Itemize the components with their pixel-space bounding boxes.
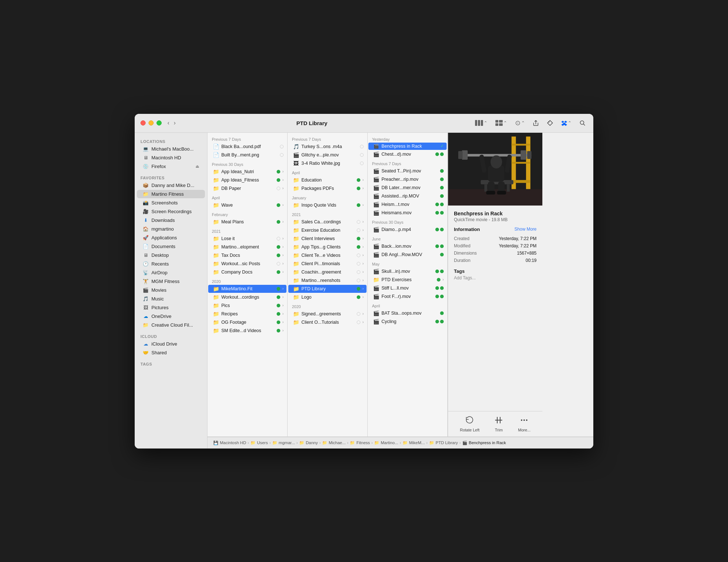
file-item[interactable]: 🎬 Heismans.mov [368,209,447,217]
column-view-button[interactable]: ⌃ [473,119,490,127]
group-view-button[interactable]: ⌃ [493,119,509,127]
breadcrumb-item[interactable]: 💾 Macintosh HD [213,441,246,445]
file-item[interactable]: 📁 Martino...elopment › [208,243,286,251]
sidebar-item-shared[interactable]: 🤝 Shared [137,348,205,357]
sidebar-item-icloud-drive[interactable]: ☁ iCloud Drive [137,340,205,348]
file-item[interactable]: 🎬 DB Angl...Row.MOV [368,251,447,259]
sidebar-item-movies[interactable]: 🎬 Movies [137,286,205,294]
sidebar-item-firefox[interactable]: 💿 Firefox ⏏ [137,162,205,171]
sidebar-item-creative-cloud[interactable]: 📁 Creative Cloud Fil... [137,321,205,329]
sidebar-item-martino[interactable]: 📁 Martino Fitness [137,190,205,198]
sidebar-item-onedrive[interactable]: ☁ OneDrive [137,312,205,320]
file-item[interactable]: 📁 App Ideas_Fitness › [208,176,286,184]
file-item-exercise-education[interactable]: 📁 Exercise Education › [288,226,367,234]
file-item-benchpress[interactable]: 🎬 Benchpress in Rack ✓ [368,143,447,150]
action-button[interactable]: ⊙ ⌃ [513,117,527,128]
file-item[interactable]: 🎬 Seated T...Pin).mov [368,167,447,175]
file-item[interactable]: 📁 Pics › [208,302,286,310]
file-item[interactable]: 📁 Coachin...greement › [288,268,367,276]
file-item[interactable]: 📁 Sales Ca...cordings › [288,218,367,226]
breadcrumb-item[interactable]: 📁 mgmar... [272,441,295,445]
file-item[interactable]: 🎬 Back...ion.mov [368,242,447,250]
file-item[interactable]: 📁 Client O...Tutorials › [288,318,367,326]
file-item[interactable]: 🎬 Heism...t.mov [368,200,447,208]
file-item-ptd-library[interactable]: 📁 PTD Library › [288,285,367,293]
file-item[interactable]: 📁 Lose it › [208,235,286,243]
tag-button[interactable] [545,118,555,128]
file-item[interactable]: 📁 Recipes › [208,310,286,318]
breadcrumb-item[interactable]: 📁 MikeM... [403,441,425,445]
sidebar-item-home[interactable]: 🏠 mgmartino [137,225,205,233]
file-item[interactable]: 📁 Signed...greements › [288,310,367,318]
file-item[interactable]: 🎵 Turkey S...ons .m4a [288,143,367,151]
file-item[interactable]: 📁 Client Te...e Videos › [288,251,367,259]
file-item[interactable]: 📄 Black Ba...ound.pdf [208,143,286,151]
file-item[interactable]: 📁 Inspo Quote Vids › [288,201,367,209]
file-item-ptd-exercises[interactable]: 📁 PTD Exercises › [368,276,447,284]
sidebar-item-mgm[interactable]: 🏋 MGM Fitness [137,277,205,286]
trim-button[interactable]: Trim [494,416,503,432]
file-item[interactable]: 📁 DB Paper › [208,184,286,192]
file-item-mikemartino[interactable]: 📁 MikeMartino.Fit › [208,285,286,293]
file-item[interactable]: 🎬 Preacher...rip.mov [368,175,447,183]
file-item[interactable]: 📁 Packages PDFs › [288,184,367,192]
dropbox-button[interactable]: ⌃ [559,119,574,127]
file-item[interactable]: 📄 Built By...ment.png [208,151,286,159]
file-item[interactable]: 🎬 BAT Sta...oops.mov [368,309,447,317]
show-more-button[interactable]: Show More [514,227,537,232]
sidebar-item-macbook[interactable]: 💻 Michael's MacBoo... [137,145,205,153]
file-item[interactable]: 📁 App Ideas_Nutri › [208,168,286,176]
file-item[interactable]: 📁 Wave › [208,201,286,209]
file-item[interactable]: 📁 Martino...reenshots › [288,276,367,284]
file-item[interactable]: 📁 Client Pi...timonials › [288,260,367,268]
sidebar-item-downloads[interactable]: ⬇ Downloads [137,216,205,224]
sidebar-item-airdrop[interactable]: 📡 AirDrop [137,268,205,277]
file-badges [357,262,360,266]
file-item[interactable]: 📁 Logo › [288,293,367,301]
file-item[interactable]: 📁 Tax Docs › [208,251,286,259]
breadcrumb-item[interactable]: 📁 Michae... [322,441,346,445]
rotate-left-button[interactable]: Rotate Left [460,416,479,432]
file-item[interactable]: 📁 Company Docs › [208,268,286,276]
breadcrumb-item[interactable]: 📁 Danny [299,441,318,445]
more-button[interactable]: More... [518,416,530,432]
file-item[interactable]: 📁 Workout...sic Posts › [208,260,286,268]
sidebar-item-desktop[interactable]: 🖥 Desktop [137,251,205,259]
sidebar-item-documents[interactable]: 📄 Documents [137,242,205,251]
sidebar-item-pictures[interactable]: 🖼 Pictures [137,303,205,312]
sidebar-item-recents[interactable]: 🕐 Recents [137,260,205,268]
file-item[interactable]: 📁 Workout...cordings › [208,293,286,301]
close-button[interactable] [141,120,146,125]
preview-add-tags[interactable]: Add Tags... [454,275,537,280]
sidebar-item-music[interactable]: 🎵 Music [137,295,205,303]
file-item[interactable]: 🎬 Foot F...r).mov [368,292,447,300]
breadcrumb-item[interactable]: 📁 Users [250,441,268,445]
col2-section-april: April [288,168,367,176]
breadcrumb-item-active[interactable]: 🎬 Benchpress in Rack [462,441,506,445]
file-item[interactable]: 🎬 Cycling [368,318,447,326]
file-item[interactable]: 📁 Education › [288,176,367,184]
file-item[interactable]: 📁 SM Edite...d Videos › [208,327,286,335]
sidebar-item-screenshots[interactable]: 📸 Screenshots [137,199,205,207]
file-item[interactable]: 🎬 Glitchy e...ple.mov [288,151,367,159]
file-item[interactable]: 🎬 DB Later...mer.mov [368,184,447,192]
file-item[interactable]: 🎬 Assisted...rip.MOV [368,192,447,200]
file-item[interactable]: 🖼 3-4 Ratio White.jpg [288,159,367,167]
sidebar-item-screen-recordings[interactable]: 🎥 Screen Recordings [137,207,205,216]
search-button[interactable] [577,119,587,127]
breadcrumb-item[interactable]: 📁 Fitness [350,441,370,445]
file-item[interactable]: 📁 Client Interviews › [288,235,367,243]
sidebar-item-macintosh[interactable]: 🖥 Macintosh HD [137,154,205,162]
breadcrumb-item[interactable]: 📁 Martino... [374,441,398,445]
sidebar-item-applications[interactable]: 🚀 Applications [137,234,205,242]
sidebar-item-danny[interactable]: 📦 Danny and Mike D... [137,181,205,190]
file-item[interactable]: 📁 App Tips...g Clients › [288,243,367,251]
file-item[interactable]: 📁 Meal Plans › [208,218,286,226]
file-item[interactable]: 🎬 Skull...in).mov [368,267,447,275]
file-item[interactable]: 📁 OG Footage › [208,318,286,326]
file-item[interactable]: 🎬 Stiff L...ll.mov [368,284,447,292]
breadcrumb-item[interactable]: 📁 PTD Library [429,441,458,445]
file-item[interactable]: 🎬 Diamo...p.mp4 [368,226,447,234]
file-item[interactable]: 🎬 Chest...d).mov [368,150,447,158]
share-button[interactable] [531,118,541,128]
